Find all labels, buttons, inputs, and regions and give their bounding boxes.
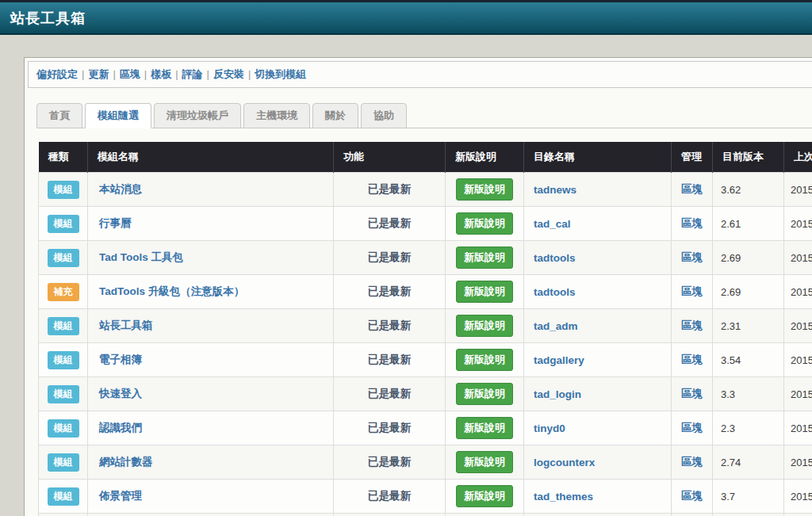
new-version-button[interactable]: 新版說明 [456,212,513,235]
type-badge: 模組 [48,419,79,438]
tab-bar: 首頁 模組隨選 清理垃圾帳戶 主機環境 關於 協助 [36,103,812,128]
menu-item-templates[interactable]: 樣板 [151,68,171,80]
table-row: 模組 佈景管理 已是最新 新版說明 tad_themes 區塊 3.7 2015… [39,480,812,514]
status-cell: 已是最新 [334,411,446,445]
dir-link[interactable]: tad_login [534,388,581,400]
status-text: 已是最新 [368,354,411,365]
column-header-manage: 管理 [672,142,713,173]
table-row: 模組 本站消息 已是最新 新版說明 tadnews 區塊 3.62 2015- [39,173,812,207]
menu-item-update[interactable]: 更新 [88,68,109,80]
dir-link[interactable]: tadnews [534,184,576,196]
table-row: 佈景 bootstrap 固定式佈景 安裝佈景 新版說明 bootstrap 未… [39,514,812,516]
version-text: 2.69 [721,252,741,264]
menu-item-preferences[interactable]: 偏好設定 [36,68,78,80]
status-cell: 已是最新 [334,275,446,309]
new-version-button[interactable]: 新版說明 [456,349,513,371]
module-name-link[interactable]: 快速登入 [99,388,142,399]
column-header-type: 種類 [39,142,88,173]
column-header-function: 功能 [334,142,446,173]
dir-link[interactable]: tinyd0 [534,422,565,434]
tab-help[interactable]: 協助 [361,103,407,128]
module-table: 種類 模組名稱 功能 新版說明 目錄名稱 管理 目前版本 上次更新 模組 本站消… [38,142,812,516]
new-version-button[interactable]: 新版說明 [456,451,513,473]
updated-text: 2015- [791,320,812,332]
tab-clean-spam-accounts[interactable]: 清理垃圾帳戶 [154,103,241,128]
type-badge: 模組 [48,181,79,199]
new-version-button[interactable]: 新版說明 [456,383,513,405]
manage-link[interactable]: 區塊 [681,456,703,468]
admin-menu: 偏好設定|更新|區塊|樣板|評論|反安裝|切換到模組 [28,61,812,88]
menu-separator: | [109,68,119,80]
new-version-button[interactable]: 新版說明 [456,315,513,337]
new-version-button[interactable]: 新版說明 [456,178,513,201]
type-badge: 模組 [48,453,79,472]
updated-text: 2015- [791,184,812,196]
menu-separator: | [203,68,213,80]
manage-link[interactable]: 區塊 [681,388,703,399]
new-version-button[interactable]: 新版說明 [456,417,513,439]
module-name-link[interactable]: 網站計數器 [99,456,153,468]
manage-link[interactable]: 區塊 [681,319,703,331]
new-version-button[interactable]: 新版說明 [456,485,513,507]
tab-about[interactable]: 關於 [312,103,358,128]
manage-link[interactable]: 區塊 [681,183,703,195]
dir-link[interactable]: tad_adm [534,320,578,332]
manage-link[interactable]: 區塊 [681,490,703,502]
manage-link[interactable]: 區塊 [681,285,703,297]
table-row: 模組 網站計數器 已是最新 新版說明 logcounterx 區塊 2.74 2… [39,445,812,480]
tab-home[interactable]: 首頁 [36,103,82,128]
dir-link[interactable]: tadtools [534,286,576,298]
type-badge: 模組 [48,487,79,506]
updated-text: 2015- [791,491,812,503]
module-name-link[interactable]: 本站消息 [99,183,142,195]
new-version-button[interactable]: 新版說明 [456,281,513,303]
menu-item-comments[interactable]: 評論 [182,68,203,80]
version-text: 3.62 [721,184,741,196]
module-name-link[interactable]: 電子相簿 [99,354,142,365]
status-text: 已是最新 [368,490,411,502]
new-version-button[interactable]: 新版說明 [456,247,513,269]
dir-link[interactable]: tad_themes [534,491,593,503]
status-cell: 已是最新 [334,309,446,343]
manage-link[interactable]: 區塊 [681,354,703,365]
status-text: 已是最新 [368,183,411,195]
dir-link[interactable]: tadgallery [534,354,584,366]
type-badge: 模組 [48,351,79,369]
version-text: 2.31 [721,320,741,332]
status-text: 已是最新 [368,456,411,468]
menu-separator: | [78,68,88,80]
updated-text: 2015- [791,218,812,230]
module-name-link[interactable]: 行事曆 [99,217,132,229]
module-name-link[interactable]: 佈景管理 [99,490,142,502]
updated-text: 2015- [791,457,812,468]
menu-separator: | [140,68,151,80]
status-cell: 已是最新 [334,207,446,241]
page-title: 站長工具箱 [0,9,86,28]
manage-link[interactable]: 區塊 [681,251,703,263]
module-name-link[interactable]: Tad Tools 工具包 [99,251,183,263]
manage-link[interactable]: 區塊 [681,422,703,434]
tab-host-environment[interactable]: 主機環境 [243,103,310,128]
manage-link[interactable]: 區塊 [681,217,703,229]
dir-link[interactable]: tadtools [534,252,576,264]
tab-module-on-demand[interactable]: 模組隨選 [85,103,151,128]
menu-item-blocks[interactable]: 區塊 [120,68,140,80]
status-text: 已是最新 [368,388,411,399]
status-cell: 已是最新 [334,445,446,480]
menu-item-uninstall[interactable]: 反安裝 [213,68,244,80]
module-name-link[interactable]: TadTools 升級包（注意版本） [99,285,244,297]
version-text: 2.69 [721,286,741,298]
column-header-new-version: 新版說明 [446,142,524,173]
status-text: 已是最新 [368,217,411,229]
module-name-link[interactable]: 認識我們 [99,422,142,434]
column-header-version: 目前版本 [713,142,784,173]
table-row: 模組 認識我們 已是最新 新版說明 tinyd0 區塊 2.3 2015- [39,411,812,445]
table-row: 模組 Tad Tools 工具包 已是最新 新版說明 tadtools 區塊 2… [39,241,812,275]
app-header: 站長工具箱 [0,0,812,35]
menu-item-switch-to-module[interactable]: 切換到模組 [255,68,306,80]
dir-link[interactable]: logcounterx [534,457,595,468]
status-cell: 已是最新 [334,241,446,275]
module-name-link[interactable]: 站長工具箱 [99,319,153,331]
dir-link[interactable]: tad_cal [534,218,571,230]
status-cell: 安裝佈景 [334,514,446,516]
